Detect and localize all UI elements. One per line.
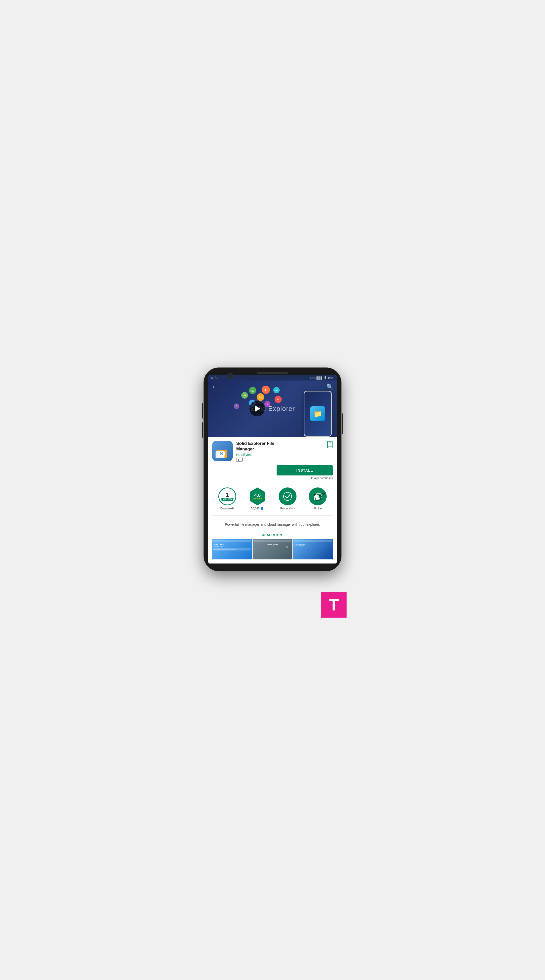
ss2-settings-icon: ⚙: [286, 546, 288, 548]
hero-phone-mockup: 📁: [304, 391, 332, 437]
t-logo: T: [321, 592, 347, 617]
phone-frame: ⊙ 📞 LTE ▌▌▌ 🔋 2:31 ← 🔍 ☁: [204, 368, 341, 571]
ss1-path: INTERNAL STORAGE ▸ DOCUMENTS: [213, 548, 251, 550]
floating-icon-7: it: [265, 401, 271, 407]
ss1-folder-info: 1 folder, 7 files: [214, 546, 250, 547]
rating-stat: 4.6 ★★★★★ 50,545 👤: [249, 487, 266, 510]
play-button[interactable]: [250, 401, 265, 416]
divider-1: [212, 482, 333, 482]
ss3-bar: [294, 540, 332, 542]
floating-icon-2: ▶: [262, 386, 270, 394]
hero-phone-inner: 📁: [304, 391, 331, 436]
battery-icon: 🔋: [323, 376, 327, 380]
install-button[interactable]: INSTALL: [277, 465, 333, 476]
downloads-circle: 1 MILLION: [218, 487, 236, 505]
power-button[interactable]: [342, 414, 343, 434]
app-header: S Solid Explorer File Manager NeatBytes …: [212, 441, 333, 462]
rating-badge: 4.6 ★★★★★: [249, 487, 266, 505]
screenshots-strip: ≡ My Files 1 folder, 7 files INTERNAL ST…: [212, 539, 333, 559]
ss2-bar: [253, 540, 292, 542]
productivity-stat: Productivity: [279, 487, 296, 510]
floating-icon-6: M: [274, 396, 282, 403]
in-app-purchases-label: In-app purchases: [311, 476, 333, 479]
screenshot-1-inner: ≡ My Files 1 folder, 7 files INTERNAL ST…: [212, 539, 252, 559]
ss2-menu-icon: ⋮: [289, 546, 291, 548]
ss1-title: ≡ My Files 1 folder, 7 files: [213, 542, 251, 547]
floating-icon-5: ☁: [273, 387, 280, 393]
downloads-label: Downloads: [220, 507, 234, 510]
age-rating-badge: 3+: [236, 458, 242, 462]
call-icon: 📞: [215, 376, 218, 379]
read-more-button[interactable]: READ MORE: [212, 531, 333, 539]
screenshot-1[interactable]: ≡ My Files 1 folder, 7 files INTERNAL ST…: [212, 539, 252, 559]
screenshot-2[interactable]: Solid Explorer ⚙ ⋮: [253, 539, 292, 559]
network-type: LTE: [311, 376, 316, 380]
productivity-circle: [279, 487, 296, 505]
app-description: Powerful file manager and cloud manager …: [212, 518, 333, 531]
app-icon: S: [212, 441, 233, 461]
screenshot-3-inner: ≡ Google Drive GOOGLE DRIVE: [293, 539, 333, 559]
floating-icon-4: ftp: [257, 393, 265, 401]
signal-icon: ▌▌▌: [317, 376, 323, 380]
app-name: Solid Explorer File Manager: [236, 441, 323, 452]
app-info-section: S Solid Explorer File Manager NeatBytes …: [208, 437, 337, 563]
wishlist-button[interactable]: [327, 441, 333, 449]
phone-screen: ⊙ 📞 LTE ▌▌▌ 🔋 2:31 ← 🔍 ☁: [208, 375, 337, 563]
screenshot-2-inner: Solid Explorer ⚙ ⋮: [253, 539, 292, 559]
floating-icon-9: 📦: [234, 404, 239, 409]
ss1-app-name: ≡ My Files: [214, 543, 250, 546]
ss1-path-text: INTERNAL STORAGE ▸ DOCUMENTS: [214, 549, 250, 550]
svg-point-0: [284, 492, 292, 501]
status-left-icons: ⊙ 📞: [211, 376, 218, 379]
hero-banner: ← 🔍 ☁ ▶ 📁 ftp: [208, 380, 337, 437]
volume-down-button[interactable]: [202, 422, 203, 438]
app-details: Solid Explorer File Manager NeatBytes 3+: [236, 441, 323, 462]
install-section: INSTALL In-app purchases: [212, 465, 333, 479]
location-icon: ⊙: [211, 376, 213, 379]
similar-circle[interactable]: [309, 487, 327, 505]
screenshot-3[interactable]: ≡ Google Drive GOOGLE DRIVE: [293, 539, 333, 559]
downloads-number: 1: [226, 492, 229, 498]
page-wrapper: ⊙ 📞 LTE ▌▌▌ 🔋 2:31 ← 🔍 ☁: [204, 368, 341, 612]
clock: 2:31: [328, 376, 334, 380]
ss3-subtitle: GOOGLE DRIVE: [294, 545, 332, 547]
back-button[interactable]: ←: [212, 383, 217, 390]
search-button[interactable]: 🔍: [327, 383, 333, 390]
rating-count-label: 50,545 👤: [251, 507, 264, 510]
status-right-icons: LTE ▌▌▌ 🔋 2:31: [311, 376, 334, 380]
ss2-title: Solid Explorer: [253, 544, 292, 546]
productivity-label: Productivity: [280, 507, 295, 510]
status-bar: ⊙ 📞 LTE ▌▌▌ 🔋 2:31: [208, 375, 337, 380]
divider-2: [212, 515, 333, 515]
floating-icon-1: ☁: [249, 387, 256, 394]
rating-stars: ★★★★★: [253, 498, 262, 500]
ss1-bar: [213, 540, 251, 542]
downloads-unit: MILLION: [222, 498, 233, 501]
similar-stat[interactable]: Similar: [309, 487, 327, 510]
front-camera: [228, 373, 233, 379]
stats-row: 1 MILLION Downloads 4.6 ★★★★★ 50,545: [212, 485, 333, 513]
similar-label: Similar: [313, 507, 322, 510]
t-letter: T: [329, 597, 339, 613]
app-developer: NeatBytes: [236, 453, 323, 457]
ss2-icons: ⚙ ⋮: [253, 546, 292, 549]
downloads-stat: 1 MILLION Downloads: [218, 487, 236, 510]
floating-icon-3: 📁: [241, 392, 248, 399]
rating-score: 4.6: [254, 493, 260, 498]
volume-up-button[interactable]: [202, 403, 203, 418]
